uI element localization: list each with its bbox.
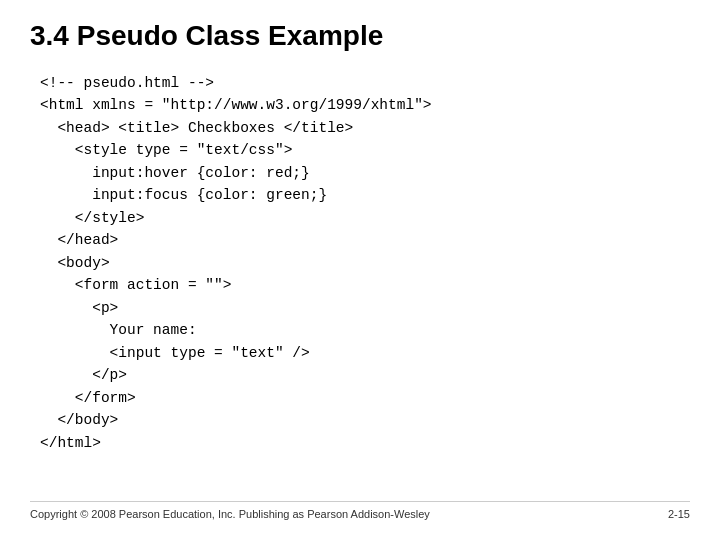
code-block: <!-- pseudo.html --> <html xmlns = "http… (40, 72, 690, 454)
footer-copyright: Copyright © 2008 Pearson Education, Inc.… (30, 508, 430, 520)
slide-title: 3.4 Pseudo Class Example (30, 20, 690, 52)
page-container: 3.4 Pseudo Class Example <!-- pseudo.htm… (0, 0, 720, 540)
footer-page-number: 2-15 (668, 508, 690, 520)
footer: Copyright © 2008 Pearson Education, Inc.… (30, 501, 690, 520)
main-content: 3.4 Pseudo Class Example <!-- pseudo.htm… (30, 20, 690, 491)
